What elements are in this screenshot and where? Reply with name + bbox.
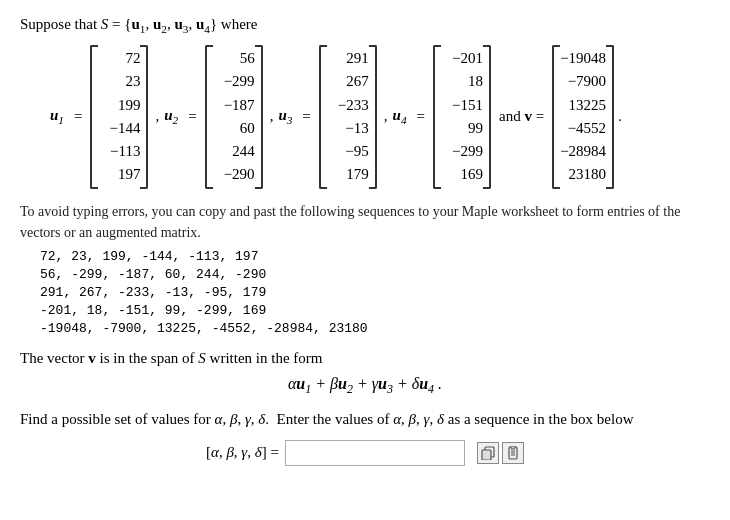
u2-values: 56 −299 −187 60 244 −290 — [213, 45, 255, 189]
v-v1: −19048 — [560, 47, 606, 70]
seq3: 291, 267, -233, -13, -95, 179 — [40, 285, 710, 300]
u4-values: −201 18 −151 99 −299 169 — [441, 45, 483, 189]
matrix-u1: 72 23 199 −144 −113 197 — [90, 45, 148, 189]
u1-v5: −113 — [98, 140, 140, 163]
u2-v1: 56 — [213, 47, 255, 70]
brace-left-v — [552, 45, 560, 189]
brace-right-u1 — [140, 45, 148, 189]
and-v-label: and v = — [499, 108, 544, 125]
brace-right-u4 — [483, 45, 491, 189]
u3-v5: −95 — [327, 140, 369, 163]
brace-right-u3 — [369, 45, 377, 189]
u3-v1: 291 — [327, 47, 369, 70]
u3-values: 291 267 −233 −13 −95 179 — [327, 45, 369, 189]
brace-right-u2 — [255, 45, 263, 189]
v-v5: −28984 — [560, 140, 606, 163]
v-v4: −4552 — [560, 117, 606, 140]
u3-v2: 267 — [327, 70, 369, 93]
matrices-container: u1 = 72 23 199 −144 −113 197 , u2 = 56 −… — [50, 45, 710, 189]
u2-v2: −299 — [213, 70, 255, 93]
u1-v4: −144 — [98, 117, 140, 140]
v-v2: −7900 — [560, 70, 606, 93]
brace-left-u4 — [433, 45, 441, 189]
svg-rect-3 — [511, 446, 515, 449]
u4-v6: 169 — [441, 163, 483, 186]
sep2: , — [270, 108, 274, 125]
u2-label: u2 — [164, 107, 178, 126]
u1-v3: 199 — [98, 94, 140, 117]
v-v3: 13225 — [560, 94, 606, 117]
u3-v3: −233 — [327, 94, 369, 117]
svg-rect-1 — [482, 450, 491, 460]
sep1: , — [155, 108, 159, 125]
eq2: = — [188, 108, 196, 125]
u4-v3: −151 — [441, 94, 483, 117]
brace-left-u1 — [90, 45, 98, 189]
u4-label: u4 — [393, 107, 407, 126]
u4-v1: −201 — [441, 47, 483, 70]
u3-label: u3 — [278, 107, 292, 126]
answer-input[interactable] — [285, 440, 465, 466]
u4-v5: −299 — [441, 140, 483, 163]
sep3: , — [384, 108, 388, 125]
paste-icon[interactable] — [502, 442, 524, 464]
v-v6: 23180 — [560, 163, 606, 186]
brace-right-v — [606, 45, 614, 189]
u4-v4: 99 — [441, 117, 483, 140]
brace-left-u2 — [205, 45, 213, 189]
matrix-u3: 291 267 −233 −13 −95 179 — [319, 45, 377, 189]
intro-text: Suppose that S = {u1, u2, u3, u4} where — [20, 16, 710, 35]
u1-v6: 197 — [98, 163, 140, 186]
eq3: = — [302, 108, 310, 125]
u4-v2: 18 — [441, 70, 483, 93]
seq4: -201, 18, -151, 99, -299, 169 — [40, 303, 710, 318]
matrix-v: −19048 −7900 13225 −4552 −28984 23180 — [552, 45, 614, 189]
u1-v1: 72 — [98, 47, 140, 70]
u2-v4: 60 — [213, 117, 255, 140]
u2-v3: −187 — [213, 94, 255, 117]
info-paragraph: To avoid typing errors, you can copy and… — [20, 201, 710, 243]
matrix-u4: −201 18 −151 99 −299 169 — [433, 45, 491, 189]
u2-v5: 244 — [213, 140, 255, 163]
u2-v6: −290 — [213, 163, 255, 186]
seq5: -19048, -7900, 13225, -4552, -28984, 231… — [40, 321, 710, 336]
eq4: = — [417, 108, 425, 125]
u1-values: 72 23 199 −144 −113 197 — [98, 45, 140, 189]
v-values: −19048 −7900 13225 −4552 −28984 23180 — [560, 45, 606, 189]
matrix-u2: 56 −299 −187 60 244 −290 — [205, 45, 263, 189]
icon-box — [475, 442, 524, 464]
seq2: 56, -299, -187, 60, 244, -290 — [40, 267, 710, 282]
span-paragraph: The vector v is in the span of S written… — [20, 350, 710, 367]
find-paragraph: Find a possible set of values for α, β, … — [20, 411, 710, 428]
u1-label: u1 — [50, 107, 64, 126]
u3-v4: −13 — [327, 117, 369, 140]
u3-v6: 179 — [327, 163, 369, 186]
span-formula: αu1 + βu2 + γu3 + δu4 . — [20, 375, 710, 397]
answer-bracket-label: [α, β, γ, δ] = — [206, 444, 279, 461]
eq1: = — [74, 108, 82, 125]
answer-row: [α, β, γ, δ] = — [20, 440, 710, 466]
copy-icon[interactable] — [477, 442, 499, 464]
u1-v2: 23 — [98, 70, 140, 93]
period: . — [618, 108, 622, 125]
seq1: 72, 23, 199, -144, -113, 197 — [40, 249, 710, 264]
brace-left-u3 — [319, 45, 327, 189]
